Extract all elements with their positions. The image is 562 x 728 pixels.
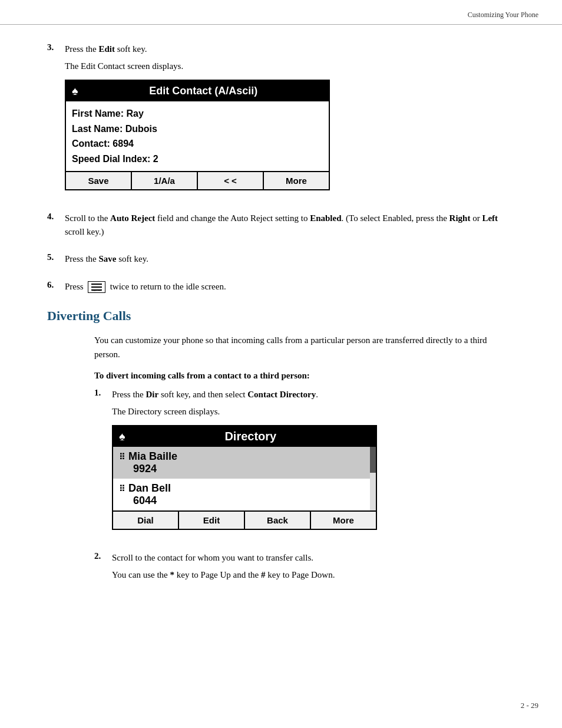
step-4-block: 4. Scroll to the Auto Reject field and c… — [47, 212, 515, 242]
step-5-text: Press the Save soft key. — [65, 252, 515, 266]
section-step-2-content: Scroll to the contact for whom you want … — [112, 551, 515, 587]
section-step-1-subtext: The Directory screen displays. — [112, 405, 515, 419]
directory-screen: ♠ Directory ⠿ Mia Baille 9924 — [112, 425, 377, 530]
page-header: Customizing Your Phone — [0, 0, 562, 25]
edit-contact-title: Edit Contact (A/Ascii) — [84, 85, 323, 97]
edit-contact-screen-header: ♠ Edit Contact (A/Ascii) — [66, 81, 329, 101]
step-4-text: Scroll to the Auto Reject field and chan… — [65, 212, 515, 238]
section-body: You can customize your phone so that inc… — [94, 333, 515, 587]
edit-contact-screen: ♠ Edit Contact (A/Ascii) First Name: Ray… — [65, 80, 330, 190]
section-intro: You can customize your phone so that inc… — [94, 333, 515, 361]
section-step-2-number: 2. — [94, 551, 112, 587]
step-3-text: Press the Edit soft key. — [65, 42, 515, 56]
step-3-content: Press the Edit soft key. The Edit Contac… — [65, 42, 515, 201]
directory-scrollbar — [370, 447, 376, 510]
contact-dan-bell: ⠿ Dan Bell 6044 — [113, 479, 370, 510]
sub-heading: To divert incoming calls from a contact … — [94, 371, 515, 381]
directory-arrow-icon: ♠ — [119, 430, 125, 443]
page-content: 3. Press the Edit soft key. The Edit Con… — [0, 25, 562, 621]
step-6-number: 6. — [47, 280, 65, 297]
section-step-1-number: 1. — [94, 388, 112, 541]
step-3-subtext: The Edit Contact screen displays. — [65, 60, 515, 73]
step-5-number: 5. — [47, 252, 65, 269]
dir-softkey-back[interactable]: Back — [245, 512, 311, 529]
contact-grid-icon-1: ⠿ — [119, 452, 125, 462]
section-step-1-content: Press the Dir soft key, and then select … — [112, 388, 515, 541]
edit-contact-softkeys: Save 1/A/a < < More — [66, 171, 329, 189]
svg-rect-0 — [91, 284, 102, 285]
page-footer: 2 - 29 — [521, 701, 538, 710]
directory-body-wrapper: ⠿ Mia Baille 9924 ⠿ Dan Bell — [113, 447, 376, 510]
directory-softkeys: Dial Edit Back More — [113, 510, 376, 529]
directory-contacts: ⠿ Mia Baille 9924 ⠿ Dan Bell — [113, 447, 370, 510]
directory-scrollbar-thumb — [370, 447, 376, 472]
section-step-1-text: Press the Dir soft key, and then select … — [112, 388, 515, 401]
softkey-1aa[interactable]: 1/A/a — [132, 172, 198, 189]
step-6-block: 6. Press MENU twice to return to the idl… — [47, 280, 515, 297]
step-6-text: Press MENU twice to return to the idle s… — [65, 280, 515, 294]
field-row-1: First Name: Ray — [72, 106, 323, 121]
arrow-icon: ♠ — [72, 84, 78, 98]
step-6-content: Press MENU twice to return to the idle s… — [65, 280, 515, 297]
contact-dan-number: 6044 — [119, 495, 364, 507]
field-row-4: Speed Dial Index: 2 — [72, 151, 323, 167]
section-step-2-subtext: You can use the * key to Page Up and the… — [112, 568, 515, 582]
dir-softkey-more[interactable]: More — [311, 512, 376, 529]
softkey-back[interactable]: < < — [198, 172, 264, 189]
field-row-3: Contact: 6894 — [72, 136, 323, 151]
step-4-content: Scroll to the Auto Reject field and chan… — [65, 212, 515, 242]
directory-title: Directory — [131, 430, 370, 443]
softkey-save[interactable]: Save — [66, 172, 132, 189]
step-4-number: 4. — [47, 212, 65, 242]
section-title: Diverting Calls — [47, 308, 515, 324]
field-row-2: Last Name: Dubois — [72, 121, 323, 137]
diverting-calls-section: Diverting Calls You can customize your p… — [47, 308, 515, 587]
contact-dan-name: ⠿ Dan Bell — [119, 482, 364, 495]
section-step-2-block: 2. Scroll to the contact for whom you wa… — [94, 551, 515, 587]
dir-softkey-edit[interactable]: Edit — [179, 512, 245, 529]
directory-screen-header: ♠ Directory — [113, 426, 376, 447]
step-5-block: 5. Press the Save soft key. — [47, 252, 515, 269]
edit-contact-body: First Name: Ray Last Name: Dubois Contac… — [66, 101, 329, 171]
step-3-block: 3. Press the Edit soft key. The Edit Con… — [47, 42, 515, 201]
menu-icon: MENU — [88, 281, 105, 293]
section-step-2-text: Scroll to the contact for whom you want … — [112, 551, 515, 565]
svg-text:MENU: MENU — [92, 289, 101, 292]
contact-mia-name: ⠿ Mia Baille — [119, 450, 364, 463]
contact-mia-number: 9924 — [119, 463, 364, 475]
dir-softkey-dial[interactable]: Dial — [113, 512, 179, 529]
page-number: 2 - 29 — [521, 701, 538, 710]
contact-mia-baille: ⠿ Mia Baille 9924 — [113, 447, 370, 479]
softkey-more[interactable]: More — [264, 172, 329, 189]
step-5-content: Press the Save soft key. — [65, 252, 515, 269]
header-text: Customizing Your Phone — [468, 11, 538, 19]
step-3-number: 3. — [47, 42, 65, 201]
contact-grid-icon-2: ⠿ — [119, 484, 125, 493]
section-step-1-block: 1. Press the Dir soft key, and then sele… — [94, 388, 515, 541]
svg-rect-1 — [91, 286, 102, 288]
